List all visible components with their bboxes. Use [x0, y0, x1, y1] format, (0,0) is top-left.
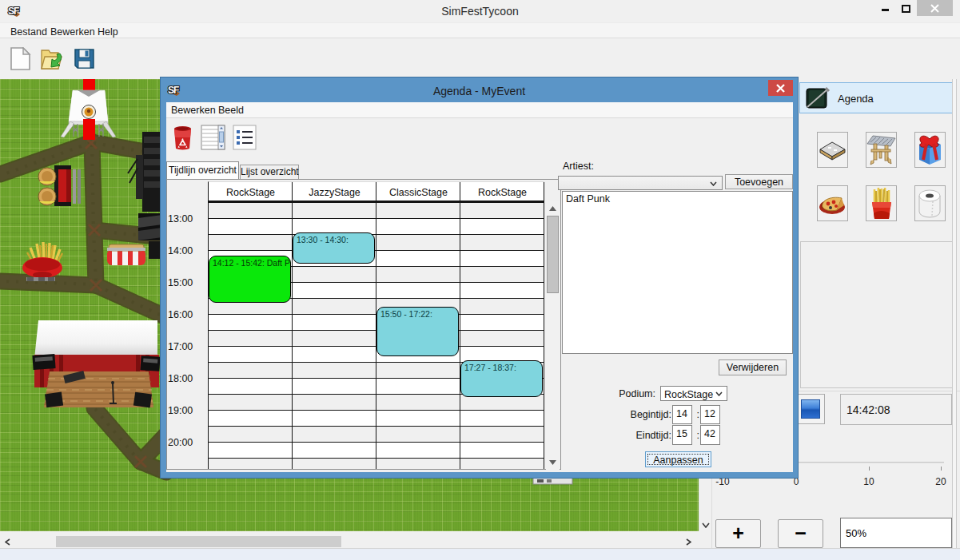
svg-text:SF: SF: [8, 6, 19, 17]
